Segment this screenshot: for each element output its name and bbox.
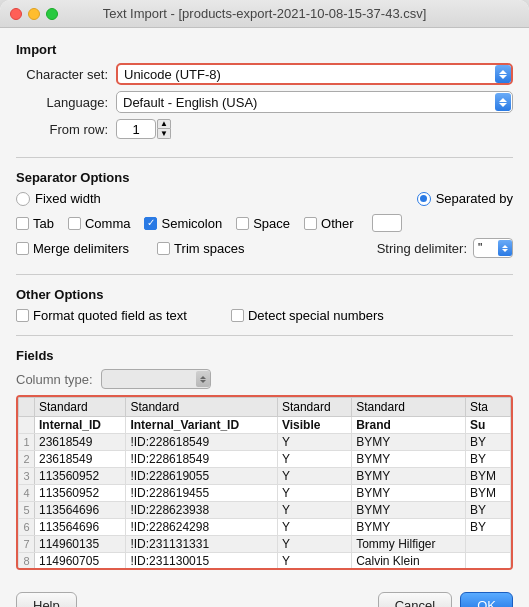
fromrow-label: From row: [16,122,116,137]
table-header-rownum [19,398,35,417]
cancel-button[interactable]: Cancel [378,592,452,607]
table-cell: BY [465,502,510,519]
fromrow-input[interactable]: 1 [116,119,156,139]
detect-special-option[interactable]: Detect special numbers [231,308,384,323]
semicolon-checkbox[interactable] [144,217,157,230]
close-button[interactable] [10,8,22,20]
table-cell-rownum [19,417,35,434]
separated-by-radio[interactable] [417,192,431,206]
window-title: Text Import - [products-export-2021-10-0… [103,6,427,21]
other-options-title: Other Options [16,287,513,302]
merge-delimiters-option[interactable]: Merge delimiters [16,241,129,256]
table-cell: !ID:228618549 [126,451,278,468]
table-cell-rownum: 5 [19,502,35,519]
table-header-col3: Standard [277,398,351,417]
separator-section: Separator Options Fixed width Separated … [16,170,513,262]
format-quoted-checkbox[interactable] [16,309,29,322]
space-checkbox[interactable] [236,217,249,230]
table-cell: BY [465,451,510,468]
charset-select-wrapper: Unicode (UTF-8) [116,63,513,85]
table-cell: Y [277,502,351,519]
fields-section: Fields Column type: [16,348,513,570]
other-checkbox[interactable] [304,217,317,230]
table-cell: Y [277,468,351,485]
table-cell-rownum: 7 [19,536,35,553]
content-area: Import Character set: Unicode (UTF-8) La… [0,28,529,582]
table-cell: Y [277,536,351,553]
format-quoted-option[interactable]: Format quoted field as text [16,308,187,323]
table-header-col1: Standard [35,398,126,417]
help-button[interactable]: Help [16,592,77,607]
separated-by-label: Separated by [436,191,513,206]
merge-delimiters-checkbox[interactable] [16,242,29,255]
minimize-button[interactable] [28,8,40,20]
divider-2 [16,274,513,275]
tab-checkbox-option[interactable]: Tab [16,216,54,231]
other-label: Other [321,216,354,231]
ok-button[interactable]: OK [460,592,513,607]
tab-label: Tab [33,216,54,231]
tab-checkbox[interactable] [16,217,29,230]
fromrow-up-button[interactable]: ▲ [157,119,171,129]
maximize-button[interactable] [46,8,58,20]
string-delimiter-label: String delimiter: [377,241,467,256]
table-cell: !ID:231131331 [126,536,278,553]
fromrow-spinner: 1 ▲ ▼ [116,119,171,139]
table-cell: BYMY [352,434,466,451]
table-cell: 23618549 [35,434,126,451]
table-cell: !ID:228623938 [126,502,278,519]
table-row: 5113564696!ID:228623938YBYMYBY [19,502,511,519]
table-header-col5: Sta [465,398,510,417]
trim-spaces-checkbox[interactable] [157,242,170,255]
table-cell: 113560952 [35,485,126,502]
table-cell: BYMY [352,502,466,519]
semicolon-checkbox-option[interactable]: Semicolon [144,216,222,231]
separator-section-title: Separator Options [16,170,513,185]
table-cell: Y [277,519,351,536]
charset-select[interactable]: Unicode (UTF-8) [116,63,513,85]
trim-spaces-label: Trim spaces [174,241,244,256]
table-row: 7114960135!ID:231131331YTommy Hilfiger [19,536,511,553]
string-delimiter-wrapper: String delimiter: " ' [377,238,513,258]
fromrow-down-button[interactable]: ▼ [157,129,171,139]
other-delimiter-input[interactable] [372,214,402,232]
fixed-width-option[interactable]: Fixed width [16,191,101,206]
table-header-row: Standard Standard Standard Standard Sta [19,398,511,417]
table-cell: Su [465,417,510,434]
column-type-label: Column type: [16,372,93,387]
semicolon-label: Semicolon [161,216,222,231]
space-checkbox-option[interactable]: Space [236,216,290,231]
table-cell: BY [465,519,510,536]
fixed-width-radio[interactable] [16,192,30,206]
separated-by-option[interactable]: Separated by [417,191,513,206]
trim-spaces-option[interactable]: Trim spaces [157,241,244,256]
table-cell: BYM [465,485,510,502]
table-cell [465,553,510,570]
space-label: Space [253,216,290,231]
delim-select-wrapper: " ' [473,238,513,258]
other-options-row: Format quoted field as text Detect speci… [16,308,513,323]
table-cell: 113560952 [35,468,126,485]
comma-checkbox-option[interactable]: Comma [68,216,131,231]
table-cell: Y [277,485,351,502]
table-cell: Internal_ID [35,417,126,434]
divider-3 [16,335,513,336]
fields-section-title: Fields [16,348,513,363]
table-row: 6113564696!ID:228624298YBYMYBY [19,519,511,536]
other-checkbox-option[interactable]: Other [304,216,354,231]
other-options-section: Other Options Format quoted field as tex… [16,287,513,323]
table-cell: !ID:231130015 [126,553,278,570]
table-cell-rownum: 3 [19,468,35,485]
comma-checkbox[interactable] [68,217,81,230]
main-window: Text Import - [products-export-2021-10-0… [0,0,529,607]
import-section: Import Character set: Unicode (UTF-8) La… [16,42,513,145]
language-select[interactable]: Default - English (USA) [116,91,513,113]
table-cell: 113564696 [35,502,126,519]
column-type-select[interactable] [101,369,211,389]
fields-table-wrapper[interactable]: Standard Standard Standard Standard Sta … [16,395,513,570]
fromrow-row: From row: 1 ▲ ▼ [16,119,513,139]
merge-delimiters-label: Merge delimiters [33,241,129,256]
detect-special-checkbox[interactable] [231,309,244,322]
detect-special-label: Detect special numbers [248,308,384,323]
string-delimiter-select[interactable]: " ' [473,238,513,258]
